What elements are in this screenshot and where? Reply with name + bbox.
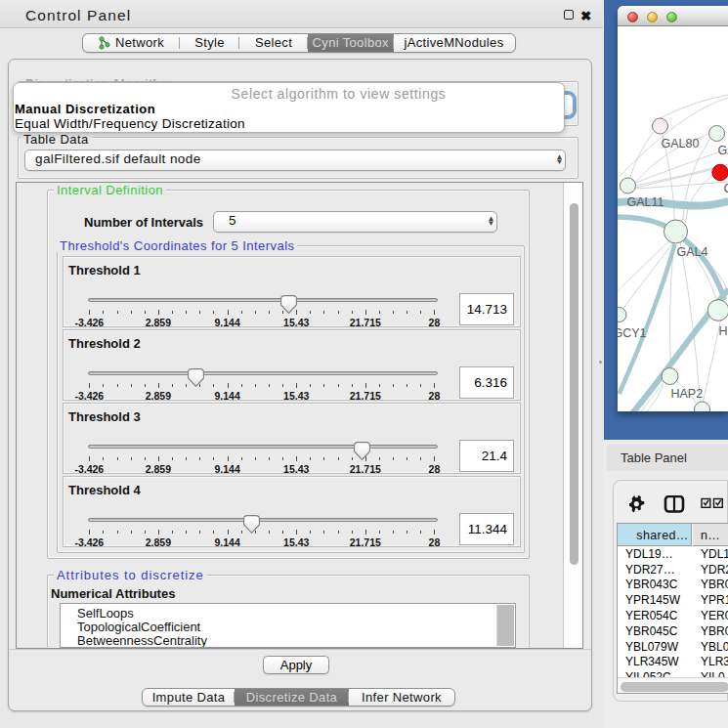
svg-text:GCY1: GCY1 (618, 326, 647, 340)
svg-text:GAL4: GAL4 (676, 245, 707, 259)
svg-text:GA: GA (717, 144, 728, 157)
svg-text:GAL80: GAL80 (661, 137, 699, 150)
svg-text:GAL11: GAL11 (626, 195, 664, 209)
svg-text:H: H (718, 324, 727, 338)
svg-text:C: C (723, 182, 728, 195)
svg-text:HAP2: HAP2 (670, 387, 703, 401)
